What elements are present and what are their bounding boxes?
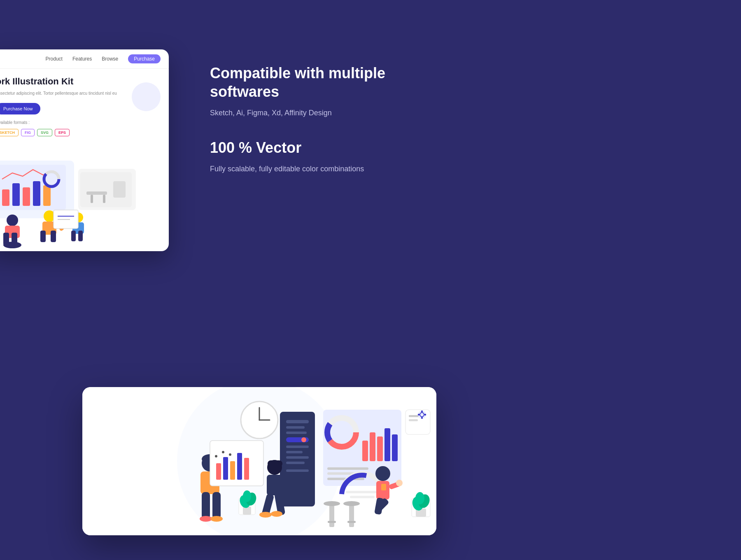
svg-rect-46 [286, 462, 305, 464]
browser-card-top: Product Features Browse Purchase ork Ill… [0, 49, 169, 251]
svg-rect-12 [91, 195, 93, 203]
svg-point-118 [343, 501, 360, 506]
browser-card-bottom [82, 387, 436, 535]
svg-rect-68 [421, 417, 423, 419]
svg-point-88 [229, 453, 231, 456]
svg-point-79 [210, 516, 223, 522]
svg-rect-28 [78, 231, 83, 241]
svg-point-113 [415, 492, 424, 504]
svg-point-102 [375, 466, 390, 481]
svg-rect-4 [12, 183, 20, 206]
feature1-desc: Sketch, Ai, Figma, Xd, Affinity Design [210, 107, 416, 119]
feature1-title: Compatible with multiple softwares [210, 64, 416, 101]
svg-rect-62 [405, 410, 430, 434]
feature2-desc: Fully scalable, fully editable color com… [210, 163, 416, 175]
svg-rect-56 [392, 434, 398, 461]
svg-rect-69 [418, 414, 419, 415]
feature-block-1: Compatible with multiple softwares Sketc… [210, 64, 416, 119]
svg-rect-85 [244, 458, 249, 480]
svg-rect-84 [237, 453, 242, 480]
svg-rect-61 [350, 496, 375, 498]
format-tags-container: SKETCH FIG SVG EPS [0, 129, 161, 136]
svg-rect-43 [286, 446, 309, 448]
svg-rect-108 [381, 484, 386, 490]
feature-block-2: 100 % Vector Fully scalable, fully edita… [210, 138, 416, 175]
svg-rect-37 [280, 412, 315, 506]
svg-rect-39 [286, 426, 305, 429]
top-illustration [0, 152, 169, 251]
svg-rect-64 [409, 419, 418, 421]
svg-rect-5 [23, 187, 30, 206]
svg-rect-116 [328, 521, 336, 523]
available-formats-label: Available formats : [0, 120, 161, 125]
svg-rect-54 [377, 436, 383, 461]
svg-rect-11 [86, 191, 107, 195]
svg-point-42 [301, 437, 306, 442]
nav-features[interactable]: Features [72, 56, 92, 62]
svg-rect-83 [230, 461, 235, 480]
format-eps: EPS [55, 129, 70, 136]
svg-point-86 [215, 455, 217, 457]
nav-browse[interactable]: Browse [102, 56, 118, 62]
svg-rect-22 [40, 231, 46, 242]
svg-rect-90 [268, 460, 282, 467]
purchase-now-button[interactable]: Purchase Now [0, 103, 40, 114]
svg-point-96 [271, 511, 282, 517]
svg-rect-23 [51, 231, 56, 242]
svg-point-15 [7, 215, 18, 226]
feature2-title: 100 % Vector [210, 138, 416, 157]
format-svg: SVG [37, 129, 52, 136]
svg-rect-38 [286, 420, 309, 423]
svg-rect-60 [346, 491, 379, 493]
svg-rect-45 [286, 456, 309, 459]
svg-rect-44 [286, 451, 303, 453]
svg-rect-27 [71, 231, 76, 241]
svg-point-105 [396, 480, 403, 486]
svg-point-87 [222, 451, 224, 453]
svg-point-19 [3, 242, 21, 248]
svg-rect-14 [113, 181, 126, 198]
svg-rect-3 [2, 189, 9, 206]
svg-rect-70 [424, 414, 426, 415]
svg-rect-55 [384, 428, 390, 461]
svg-rect-7 [43, 185, 51, 206]
bottom-illustration [82, 387, 436, 535]
svg-point-95 [259, 512, 272, 518]
svg-rect-92 [267, 475, 282, 495]
svg-rect-67 [421, 411, 423, 412]
svg-rect-6 [33, 181, 40, 206]
svg-rect-53 [370, 432, 375, 461]
svg-rect-47 [286, 469, 309, 472]
svg-rect-13 [103, 195, 105, 203]
svg-rect-52 [362, 441, 368, 461]
svg-rect-40 [286, 432, 307, 434]
svg-point-78 [200, 516, 212, 522]
nav-purchase[interactable]: Purchase [128, 54, 161, 63]
svg-rect-114 [329, 504, 334, 527]
svg-rect-119 [347, 521, 356, 523]
svg-rect-77 [212, 492, 221, 519]
svg-rect-81 [216, 463, 221, 480]
svg-rect-76 [202, 492, 210, 519]
format-sketch: SKETCH [0, 129, 19, 136]
nav-product[interactable]: Product [46, 56, 63, 62]
format-fig: FIG [21, 129, 35, 136]
svg-rect-117 [349, 504, 354, 527]
svg-point-115 [324, 501, 340, 506]
svg-point-101 [243, 490, 251, 502]
svg-rect-57 [327, 467, 368, 470]
right-content: Compatible with multiple softwares Sketc… [210, 64, 416, 194]
svg-rect-82 [223, 457, 228, 480]
browser-nav: Product Features Browse Purchase [0, 49, 169, 69]
deco-circle [132, 82, 161, 111]
